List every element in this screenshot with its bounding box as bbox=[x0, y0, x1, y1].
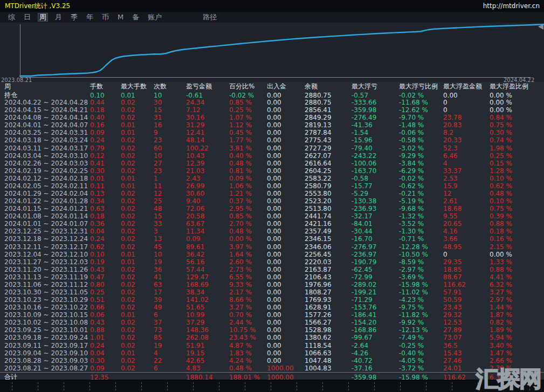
row-cell: -276.49 bbox=[352, 114, 399, 121]
row-cell: 2023.11.27 ~ 2023.12.03 bbox=[4, 258, 90, 266]
position-cell: 2880.75 bbox=[305, 92, 352, 99]
row-cell: 8.2 bbox=[443, 129, 490, 136]
table-row[interactable]: 2024.03.25 ~ 2024.03.310.090.01912.410.4… bbox=[0, 129, 544, 136]
menu-item-账户[interactable]: 账户 bbox=[146, 13, 163, 22]
row-cell: 0.25 % bbox=[229, 106, 267, 114]
table-row[interactable]: 2023.12.11 ~ 2023.12.170.620.024589.613.… bbox=[0, 243, 544, 250]
row-cell: 2024.04.22 ~ 2024.04.28 bbox=[4, 99, 90, 106]
table-row[interactable]: 2024.02.12 ~ 2024.02.180.010.0112.430.09… bbox=[0, 175, 544, 182]
row-cell: -6.29 % bbox=[399, 167, 443, 175]
table-row[interactable]: 2023.10.02 ~ 2023.10.080.430.023737.292.… bbox=[0, 319, 544, 326]
row-cell: 36.42 bbox=[186, 251, 229, 258]
row-cell: 2023.10.30 ~ 2023.11.05 bbox=[4, 288, 90, 296]
table-row[interactable]: 2023.10.09 ~ 2023.10.150.060.01610.990.7… bbox=[0, 311, 544, 319]
menu-item-备[interactable]: 备 bbox=[130, 13, 141, 22]
row-cell: 16 bbox=[154, 121, 186, 129]
table-row[interactable]: 2024.01.29 ~ 2024.02.040.130.021230.601.… bbox=[0, 190, 544, 197]
table-row[interactable]: 2024.02.26 ~ 2024.03.030.410.022712.390.… bbox=[0, 160, 544, 167]
position-row[interactable]: 持仓0.100.0110-0.61-0.02 %0.002880.75-0.57… bbox=[0, 91, 544, 99]
row-cell: 0.02 bbox=[121, 145, 154, 152]
menu-item-币[interactable]: 币 bbox=[100, 13, 111, 22]
row-cell: 1.21 % bbox=[229, 190, 267, 197]
row-cell: -79.40 bbox=[352, 145, 399, 152]
row-cell: 36 bbox=[154, 266, 186, 273]
menu-item-月[interactable]: 月 bbox=[53, 13, 64, 22]
row-cell: 0.88 % bbox=[490, 220, 544, 228]
row-cell: 0.45 % bbox=[229, 129, 267, 136]
table-row[interactable]: 2023.08.28 ~ 2023.09.030.300.022242.654.… bbox=[0, 357, 544, 365]
table-row[interactable]: 2023.08.21 ~ 2023.08.270.090.0264.830.48… bbox=[0, 365, 544, 372]
table-row[interactable]: 2024.04.08 ~ 2024.04.140.400.023130.161.… bbox=[0, 114, 544, 121]
row-cell: 148.36 bbox=[186, 326, 229, 334]
table-row[interactable]: 2024.03.18 ~ 2024.03.240.240.022348.141.… bbox=[0, 136, 544, 144]
row-cell: 36.5 bbox=[443, 342, 490, 349]
row-cell: 2024.01.01 ~ 2024.01.07 bbox=[4, 220, 90, 228]
table-row[interactable]: 2024.04.22 ~ 2024.04.280.440.023024.340.… bbox=[0, 99, 544, 106]
row-cell: 3.27 % bbox=[229, 304, 267, 311]
table-row[interactable]: 2023.11.06 ~ 2023.11.120.800.0263168.699… bbox=[0, 281, 544, 288]
row-cell: -190.79 bbox=[352, 258, 399, 266]
row-cell: 0.09 bbox=[186, 235, 229, 243]
row-cell: 0.09 % bbox=[229, 175, 267, 182]
row-cell: 23.43 % bbox=[229, 334, 267, 341]
table-row[interactable]: 2024.03.04 ~ 2024.03.100.120.021010.430.… bbox=[0, 152, 544, 160]
menu-item-M[interactable]: M bbox=[116, 13, 125, 22]
row-cell: 3.27 % bbox=[490, 288, 544, 296]
table-row[interactable]: 2023.11.20 ~ 2023.11.260.430.023657.442.… bbox=[0, 266, 544, 273]
table-row[interactable]: 2023.10.16 ~ 2023.10.220.660.024951.653.… bbox=[0, 304, 544, 311]
row-cell: 0.24 bbox=[90, 235, 121, 243]
table-row[interactable]: 2023.12.25 ~ 2023.12.310.040.02311.340.4… bbox=[0, 228, 544, 235]
app-url-link[interactable]: http://mtdriver.cn bbox=[483, 2, 540, 10]
row-cell: 1.06 % bbox=[229, 182, 267, 190]
row-cell: 0.00 bbox=[267, 349, 305, 357]
table-row[interactable]: 2023.09.25 ~ 2023.10.010.880.0273148.361… bbox=[0, 326, 544, 334]
table-row[interactable]: 2023.11.13 ~ 2023.11.190.470.0241129.476… bbox=[0, 273, 544, 281]
row-cell: 0.30 bbox=[90, 167, 121, 175]
row-cell: 2346.15 bbox=[305, 235, 352, 243]
table-row[interactable]: 2024.04.01 ~ 2024.04.070.160.011631.291.… bbox=[0, 121, 544, 129]
row-cell: 22 bbox=[154, 357, 186, 365]
menu-item-综[interactable]: 综 bbox=[6, 13, 17, 22]
table-row[interactable]: 2024.02.05 ~ 2024.02.110.110.011126.991.… bbox=[0, 182, 544, 190]
row-cell: -11.68 % bbox=[399, 99, 443, 106]
table-row[interactable]: 2023.12.18 ~ 2023.12.240.240.02130.090.0… bbox=[0, 235, 544, 243]
table-header-row: 周手数最大手数次数盈亏金额百分比%出入金余额最大浮亏最大浮亏比例最大浮盈金额最大… bbox=[0, 82, 544, 91]
row-cell: -15.96 bbox=[352, 136, 399, 144]
row-cell: 3.40 % bbox=[490, 342, 544, 349]
table-row[interactable]: 2023.10.23 ~ 2023.10.290.510.0239141.028… bbox=[0, 296, 544, 304]
row-cell: 12 bbox=[443, 190, 490, 197]
row-cell: -3.72 % bbox=[399, 365, 443, 372]
table-row[interactable]: 2023.12.04 ~ 2023.12.100.100.011036.421.… bbox=[0, 251, 544, 258]
row-cell: 2023.08.21 ~ 2023.08.27 bbox=[4, 365, 90, 372]
row-cell: 8.66 % bbox=[229, 296, 267, 304]
table-row[interactable]: 2024.01.08 ~ 2024.01.140.180.021520.580.… bbox=[0, 212, 544, 220]
row-cell: -9.70 % bbox=[399, 114, 443, 121]
app-title: MTDriver统计 ,V3.25 bbox=[5, 2, 70, 11]
table-row[interactable]: 2024.03.11 ~ 2024.03.170.790.0260100.223… bbox=[0, 144, 544, 152]
row-cell: 10.99 bbox=[186, 311, 229, 319]
row-cell: 41 bbox=[154, 273, 186, 281]
row-cell: 0 bbox=[443, 99, 490, 106]
row-cell: 30 bbox=[154, 99, 186, 106]
table-row[interactable]: 2023.09.11 ~ 2023.09.170.240.021951.914.… bbox=[0, 342, 544, 349]
menu-item-周[interactable]: 周 bbox=[38, 13, 48, 22]
table-row[interactable]: 2023.09.18 ~ 2023.09.241.010.0285262.082… bbox=[0, 334, 544, 341]
menu-item-日[interactable]: 日 bbox=[22, 13, 32, 22]
table-row[interactable]: 2024.01.01 ~ 2024.01.070.360.023363.672.… bbox=[0, 220, 544, 228]
menu-item-年[interactable]: 年 bbox=[85, 13, 95, 22]
row-cell: 0.16 bbox=[90, 121, 121, 129]
table-row[interactable]: 2024.02.19 ~ 2024.02.250.300.022321.030.… bbox=[0, 167, 544, 175]
row-cell: -276.97 bbox=[352, 243, 399, 251]
row-cell: 0.06 bbox=[90, 311, 121, 319]
table-row[interactable]: 2023.09.04 ~ 2023.09.100.040.01419.151.8… bbox=[0, 349, 544, 357]
row-cell: 0.00 bbox=[267, 145, 305, 152]
menu-item-路径[interactable]: 路径 bbox=[201, 13, 218, 22]
menu-item-季[interactable]: 季 bbox=[69, 13, 79, 22]
header-cell: 手数 bbox=[90, 82, 121, 91]
table-row[interactable]: 2024.01.22 ~ 2024.01.280.340.02259.400.3… bbox=[0, 197, 544, 205]
table-row[interactable]: 2023.10.30 ~ 2023.11.050.250.021738.342.… bbox=[0, 288, 544, 296]
table-row[interactable]: 2023.11.27 ~ 2023.12.030.190.011956.162.… bbox=[0, 258, 544, 266]
table-row[interactable]: 2024.04.15 ~ 2024.04.210.180.02157.120.2… bbox=[0, 106, 544, 114]
table-row[interactable]: 2024.01.15 ~ 2024.01.210.630.024872.062.… bbox=[0, 205, 544, 212]
row-cell: 0.00 bbox=[267, 243, 305, 251]
